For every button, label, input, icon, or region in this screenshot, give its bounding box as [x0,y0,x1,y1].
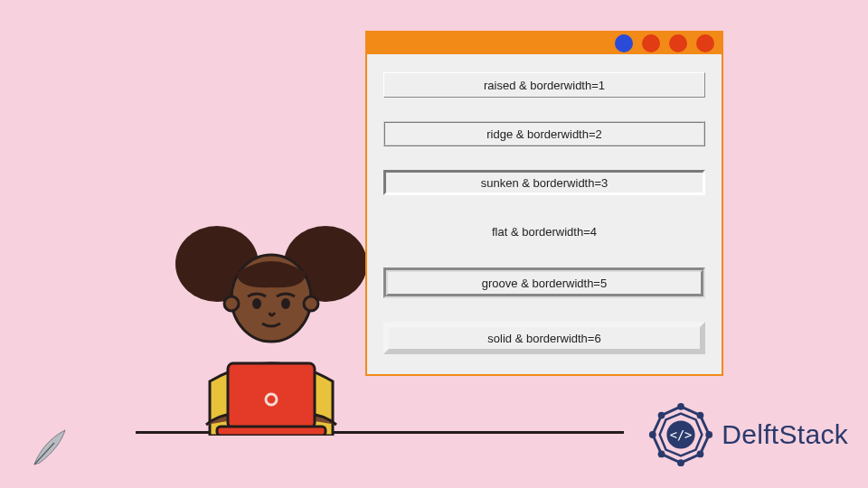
label-flat: flat & borderwidth=4 [383,219,705,244]
svg-point-2 [217,233,250,262]
label-ridge: ridge & borderwidth=2 [383,121,705,146]
quill-icon [27,425,72,470]
svg-point-3 [293,233,326,262]
svg-rect-10 [217,427,326,436]
svg-point-7 [252,298,261,309]
svg-point-8 [281,298,290,309]
svg-rect-9 [228,363,315,428]
logo-mark-icon: </> [646,399,716,470]
window-titlebar[interactable] [367,33,722,54]
delftstack-logo: </> DelftStack [646,399,848,470]
label-solid: solid & borderwidth=6 [383,322,705,354]
girl-illustration [154,210,389,436]
label-raised: raised & borderwidth=1 [383,72,705,98]
titlebar-dot-1[interactable] [615,34,633,52]
label-groove: groove & borderwidth=5 [383,267,705,298]
logo-text: DelftStack [722,419,848,450]
titlebar-dot-3[interactable] [669,34,687,52]
svg-point-5 [224,296,239,311]
demo-window: raised & borderwidth=1 ridge & borderwid… [365,31,723,376]
titlebar-dot-4[interactable] [696,34,714,52]
svg-text:</>: </> [670,427,693,442]
svg-point-6 [304,296,318,311]
label-sunken: sunken & borderwidth=3 [383,170,705,195]
window-body: raised & borderwidth=1 ridge & borderwid… [367,54,722,374]
titlebar-dot-2[interactable] [642,34,660,52]
